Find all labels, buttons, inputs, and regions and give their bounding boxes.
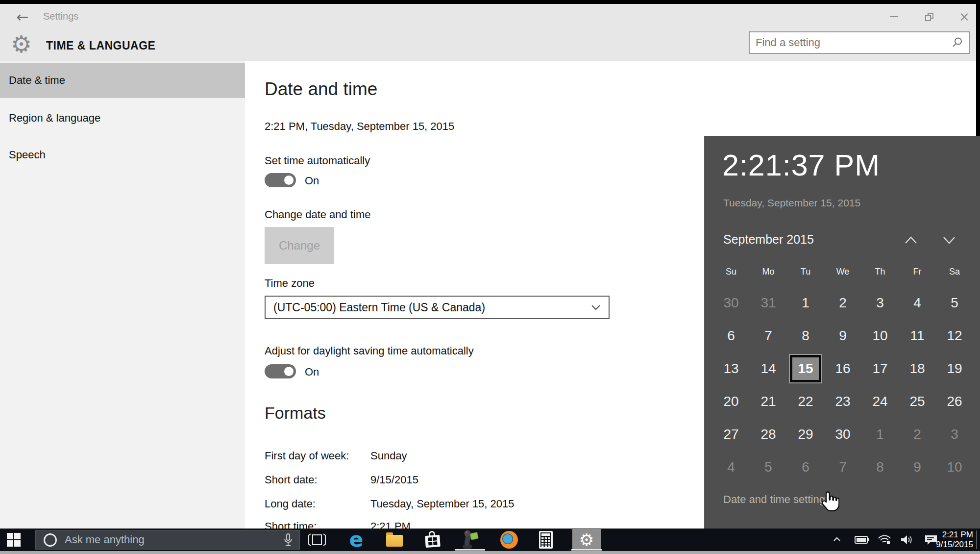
set-time-toggle[interactable] — [265, 173, 296, 187]
calendar-day[interactable]: 30 — [824, 418, 861, 451]
calendar-day[interactable]: 2 — [824, 286, 861, 319]
calendar-day[interactable]: 9 — [899, 451, 936, 483]
calendar-day[interactable]: 7 — [750, 319, 787, 352]
calendar-day[interactable]: 14 — [750, 352, 787, 385]
taskbar-app-settings[interactable]: ⚙ — [572, 529, 601, 551]
taskbar-app-calculator[interactable] — [532, 529, 560, 551]
taskbar-app-firefox[interactable] — [495, 529, 523, 551]
start-button[interactable] — [7, 533, 21, 547]
calendar-day[interactable]: 28 — [750, 418, 787, 451]
calendar-day[interactable]: 30 — [712, 286, 750, 319]
calendar-day[interactable]: 8 — [861, 451, 899, 483]
set-time-state: On — [305, 175, 319, 187]
restore-button[interactable] — [915, 4, 943, 29]
timezone-value: (UTC-05:00) Eastern Time (US & Canada) — [273, 301, 485, 314]
calendar-month-label: September 2015 — [723, 232, 814, 247]
clock-time: 2:21 PM — [936, 530, 973, 540]
calendar-day[interactable]: 6 — [787, 451, 824, 483]
calendar-day[interactable]: 31 — [750, 286, 787, 319]
running-indicator-capture — [455, 549, 485, 551]
sidebar-item-speech[interactable]: Speech — [0, 137, 245, 173]
calendar-day[interactable]: 22 — [787, 385, 824, 418]
sidebar-item-region-language[interactable]: Region & language — [0, 101, 245, 136]
calendar-day[interactable]: 12 — [936, 319, 973, 352]
running-indicator-settings — [571, 549, 602, 551]
settings-header: ⚙ TIME & LANGUAGE — [0, 29, 980, 61]
volume-icon[interactable] — [901, 534, 913, 545]
cortana-icon — [44, 533, 57, 547]
cortana-search-box[interactable]: Ask me anything — [35, 530, 300, 550]
calendar-day[interactable]: 17 — [861, 352, 899, 385]
calendar-day[interactable]: 16 — [824, 352, 861, 385]
restore-icon — [925, 13, 933, 21]
calendar-day[interactable]: 23 — [824, 385, 861, 418]
calendar-day[interactable]: 2 — [899, 418, 936, 451]
calendar-prev-button[interactable] — [903, 233, 919, 247]
format-row: First day of week:Sunday — [265, 450, 407, 462]
wifi-icon[interactable] — [878, 535, 891, 545]
taskbar-app-edge[interactable]: e — [342, 529, 370, 551]
minimize-button[interactable] — [880, 4, 907, 29]
taskbar-app-store[interactable] — [418, 529, 447, 551]
format-value: 9/15/2015 — [370, 474, 418, 486]
calendar-day[interactable]: 1 — [787, 286, 824, 319]
cortana-placeholder: Ask me anything — [65, 533, 145, 546]
calendar-day[interactable]: 3 — [861, 286, 899, 319]
calendar-day[interactable]: 9 — [824, 319, 861, 352]
calendar-day[interactable]: 8 — [787, 319, 824, 352]
close-button[interactable]: × — [951, 4, 978, 29]
task-view-button[interactable] — [308, 532, 326, 549]
microphone-icon[interactable] — [284, 533, 293, 549]
timezone-dropdown[interactable]: (UTC-05:00) Eastern Time (US & Canada) — [265, 296, 610, 319]
tray-expand-button[interactable] — [833, 537, 841, 542]
calendar-day[interactable]: 3 — [936, 418, 973, 451]
firefox-icon — [500, 531, 518, 549]
minimize-icon — [890, 16, 898, 17]
edge-icon: e — [349, 529, 364, 550]
window-title: Settings — [43, 11, 78, 22]
calendar-day[interactable]: 21 — [750, 385, 787, 418]
calendar-day[interactable]: 15 — [787, 352, 824, 385]
file-explorer-icon — [386, 535, 403, 547]
capture-app-icon — [461, 530, 479, 550]
date-time-settings-link[interactable]: Date and time settings — [723, 493, 831, 506]
calendar-day[interactable]: 6 — [712, 319, 750, 352]
calendar-day[interactable]: 20 — [712, 385, 750, 418]
change-button[interactable]: Change — [265, 227, 334, 264]
show-desktop-divider[interactable] — [976, 530, 977, 549]
selected-day-box[interactable]: 15 — [790, 355, 821, 382]
calendar-day[interactable]: 1 — [861, 418, 899, 451]
back-button[interactable]: ← — [10, 4, 35, 29]
taskbar-app-file-explorer[interactable] — [380, 529, 409, 551]
change-datetime-label: Change date and time — [265, 208, 371, 221]
calendar-day[interactable]: 4 — [899, 286, 936, 319]
taskbar-app-capture[interactable] — [456, 529, 484, 551]
calendar-day[interactable]: 4 — [712, 451, 750, 483]
day-header: Fr — [899, 262, 936, 281]
format-row: Long date:Tuesday, September 15, 2015 — [265, 498, 514, 510]
calendar-day[interactable]: 5 — [936, 286, 973, 319]
calendar-day[interactable]: 26 — [936, 385, 973, 418]
calendar-day[interactable]: 19 — [936, 352, 973, 385]
calendar-day[interactable]: 24 — [861, 385, 899, 418]
calendar-day[interactable]: 10 — [861, 319, 899, 352]
calendar-day[interactable]: 13 — [712, 352, 750, 385]
calendar-day[interactable]: 5 — [750, 451, 787, 483]
calendar-day[interactable]: 10 — [936, 451, 973, 483]
sidebar-item-date-time[interactable]: Date & time — [0, 63, 245, 98]
screen-border-right — [976, 0, 980, 136]
calendar-day[interactable]: 25 — [899, 385, 936, 418]
battery-icon[interactable] — [855, 536, 869, 544]
find-setting-searchbox[interactable] — [749, 31, 970, 54]
dst-toggle[interactable] — [265, 364, 296, 378]
calendar-day[interactable]: 7 — [824, 451, 861, 483]
calendar-day[interactable]: 29 — [787, 418, 824, 451]
calendar-day[interactable]: 18 — [899, 352, 936, 385]
page-title: TIME & LANGUAGE — [46, 39, 155, 52]
calendar-day[interactable]: 27 — [712, 418, 750, 451]
set-time-label: Set time automatically — [265, 154, 370, 167]
calendar-next-button[interactable] — [941, 233, 957, 247]
taskbar-clock[interactable]: 2:21 PM 9/15/2015 — [936, 530, 973, 550]
calendar-day[interactable]: 11 — [899, 319, 936, 352]
search-input[interactable] — [750, 36, 952, 49]
